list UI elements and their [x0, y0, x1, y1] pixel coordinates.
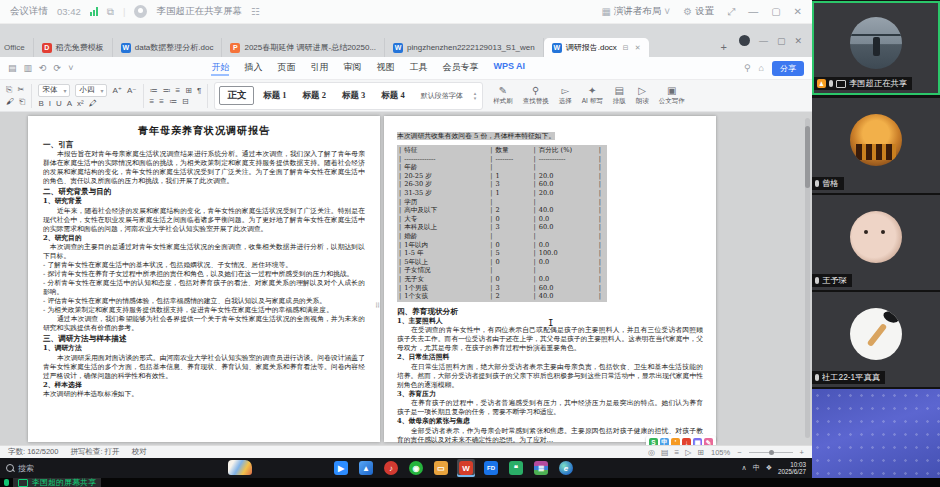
format-painter-icon[interactable]: 🖌 — [6, 97, 14, 106]
ribbon-menu-tab[interactable]: 页面 — [277, 61, 295, 76]
participant-tile[interactable]: 社工22-1平真真 — [812, 292, 940, 387]
participant-video-live[interactable] — [812, 389, 940, 478]
meeting-detail-button[interactable]: 会议详情 — [10, 5, 48, 18]
tab-close-icon[interactable]: ✕ — [635, 44, 641, 52]
ribbon-tool-button[interactable]: ✦ AI 帮写 — [582, 86, 603, 106]
style-preset[interactable]: 默认段落字体 — [414, 89, 470, 103]
taskbar-search[interactable]: 搜索 — [6, 463, 34, 474]
taskbar-app-icon[interactable]: ◉ — [407, 459, 425, 477]
view-mode-icon[interactable]: ▤ — [661, 448, 669, 457]
font-format-icon[interactable]: I — [49, 99, 51, 108]
tray-expand-icon[interactable]: ∧ — [742, 464, 747, 472]
tab-pin-icon[interactable]: ⊟ — [623, 44, 629, 52]
quick-access-icon[interactable]: ▤ — [8, 63, 17, 73]
speaker-layout-button[interactable]: ▦ 演讲者布局 ˅ — [601, 5, 670, 18]
ribbon-menu-tab[interactable]: 开始 — [211, 61, 229, 76]
view-mode-icon[interactable]: ⊞ — [697, 448, 704, 457]
wps-document-tab[interactable]: P 2025春期延伸 调研进展-总结20250... — [222, 38, 385, 57]
paste-icon[interactable]: ⎘ — [6, 85, 12, 95]
proofread-status[interactable]: 校对 — [132, 447, 147, 457]
network-icon[interactable]: ❖ — [766, 464, 772, 472]
wps-restore-button[interactable]: ▢ — [777, 36, 786, 46]
zoom-out-button[interactable]: − — [737, 448, 741, 457]
taskbar-app-icon[interactable]: ▲ — [357, 459, 375, 477]
input-method-icon[interactable]: ' — [671, 438, 680, 445]
cut-icon[interactable]: ✂ — [17, 85, 24, 94]
ribbon-tool-button[interactable]: ⚲ 查找替换 — [523, 86, 549, 106]
ribbon-search-icon[interactable]: ⚲ — [744, 63, 751, 73]
input-method-icon[interactable]: ↓ — [682, 438, 691, 445]
zoom-in-button[interactable]: + — [800, 448, 804, 457]
participant-tile[interactable]: 王予琛 — [812, 195, 940, 290]
style-preset[interactable]: 标题 3 — [335, 88, 372, 104]
ribbon-tool-button[interactable]: ▣ 公文写作 — [659, 86, 685, 106]
ribbon-menu-tab[interactable]: 引用 — [310, 61, 328, 76]
word-count[interactable]: 字数: 162/5200 — [8, 447, 58, 457]
font-size-select[interactable]: 小四▾ — [75, 84, 107, 97]
ribbon-tool-button[interactable]: ✎ 样式刷 — [493, 86, 513, 106]
taskbar-app-icon[interactable]: ▭ — [432, 459, 450, 477]
ribbon-menu-tab[interactable]: 审阅 — [343, 61, 361, 76]
ribbon-menu-tab[interactable]: 工具 — [409, 61, 427, 76]
paragraph-format-icon[interactable]: ¶ — [197, 86, 201, 95]
taskbar-app-icon[interactable]: W — [457, 459, 475, 477]
spellcheck-status[interactable]: 拼写检查: 打开 — [70, 447, 119, 457]
mic-icon[interactable] — [4, 479, 9, 486]
font-format-icon[interactable]: U — [56, 99, 62, 108]
table-drag-handle-icon[interactable]: ⠿ — [375, 302, 380, 310]
input-method-icon[interactable]: 中 — [660, 438, 669, 445]
view-mode-icon[interactable]: ≡ — [675, 448, 680, 457]
ribbon-menu-tab[interactable]: 插入 — [244, 61, 262, 76]
home-icon[interactable]: ⌂ — [759, 63, 764, 73]
maximize-button[interactable]: ▢ — [771, 6, 780, 17]
taskbar-app-icon[interactable]: ♪ — [382, 459, 400, 477]
wps-document-tab[interactable]: D 稻壳免费模板 — [34, 38, 113, 57]
taskbar-app-icon[interactable]: ▶ — [332, 459, 350, 477]
taskbar-app-icon[interactable]: ❝ — [507, 459, 525, 477]
shrink-font-icon[interactable]: A⁻ — [127, 86, 137, 95]
new-tab-button[interactable]: + — [715, 38, 733, 57]
share-document-button[interactable]: 分享 — [772, 61, 804, 76]
line-spacing-icon[interactable]: ≔ — [169, 97, 177, 106]
input-method-icon[interactable]: ▦ — [693, 438, 702, 445]
participant-tile[interactable]: ♟ 李国超正在共享 — [812, 1, 940, 95]
style-preset[interactable]: 标题 1 — [256, 88, 293, 104]
align-center-icon[interactable]: ≡ — [159, 97, 164, 106]
align-left-icon[interactable]: ≡ — [150, 97, 155, 106]
font-format-icon[interactable]: x² — [77, 99, 84, 108]
taskbar-app-icon[interactable]: ≣ — [532, 459, 550, 477]
taskbar-app-icon[interactable]: FD — [482, 459, 500, 477]
wps-document-tab[interactable]: Office — [4, 38, 34, 57]
fullscreen-button[interactable]: ⤢ — [727, 6, 735, 18]
shading-icon[interactable]: ⊟ — [182, 97, 189, 106]
vertical-scrollbar[interactable] — [805, 118, 810, 438]
wps-document-tab[interactable]: W pingzhenzhen2222129013_S1_wen — [385, 38, 544, 57]
ribbon-menu-tab[interactable]: WPS AI — [493, 61, 525, 76]
paragraph-format-icon[interactable]: ≔ — [150, 86, 158, 95]
sogou-input-toolbar[interactable]: S中'↓▦✎ — [646, 436, 716, 445]
quick-access-icon[interactable]: ⟲ — [39, 63, 47, 73]
input-method-icon[interactable]: ✎ — [704, 438, 713, 445]
minimize-button[interactable]: — — [748, 6, 758, 17]
wps-minimize-button[interactable]: — — [759, 36, 768, 46]
wps-close-button[interactable]: ✕ — [794, 36, 802, 46]
style-preset[interactable]: 标题 2 — [296, 88, 333, 104]
quick-access-icon[interactable]: ˅ — [68, 63, 73, 73]
style-preset[interactable]: 标题 4 — [374, 88, 411, 104]
font-format-icon[interactable]: A — [67, 99, 72, 108]
font-format-icon[interactable]: B — [38, 99, 43, 108]
ribbon-tool-button[interactable]: ▷ 朗读 — [636, 86, 649, 106]
zoom-slider[interactable] — [749, 452, 793, 453]
style-preset[interactable]: 正文 — [219, 86, 254, 105]
style-gallery-scroll[interactable]: ▴▾ — [472, 91, 479, 101]
ribbon-menu-tab[interactable]: 视图 — [376, 61, 394, 76]
wps-document-tab[interactable]: W data数据整理分析.doc — [113, 38, 223, 57]
ribbon-tool-button[interactable]: ▻ 选择 — [559, 86, 572, 106]
document-page-left[interactable]: 青年母亲养育状况调研报告一、引言本报告旨在对青年母亲家庭生活状况调查结果进行系统… — [28, 116, 380, 442]
popout-icon[interactable]: ⧉ — [107, 6, 114, 18]
paragraph-format-icon[interactable]: ⊞ — [185, 86, 192, 95]
input-method-icon[interactable]: S — [649, 438, 658, 445]
ribbon-tool-button[interactable]: ▤ 排版 — [613, 86, 626, 106]
close-button[interactable]: ✕ — [794, 6, 802, 17]
paragraph-format-icon[interactable]: ≕ — [163, 86, 171, 95]
